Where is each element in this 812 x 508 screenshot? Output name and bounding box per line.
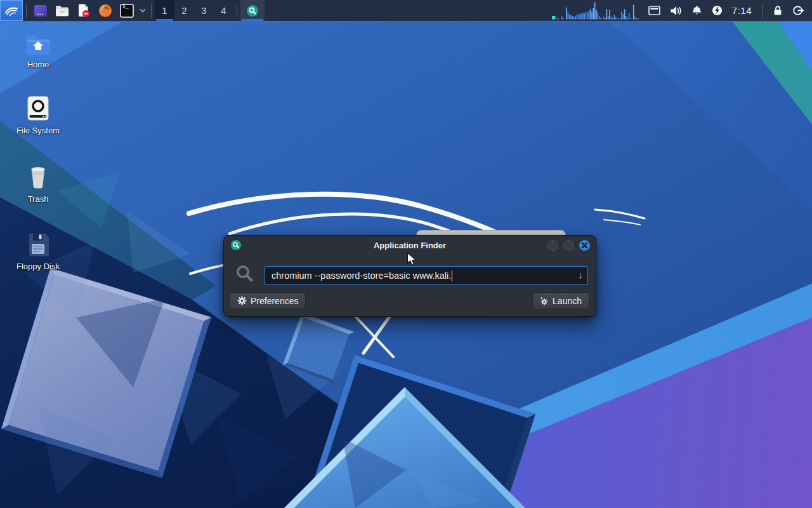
launcher-file-manager[interactable] [51,0,73,21]
workspace-1[interactable]: 1 [155,0,174,21]
desktop-icon-label: Floppy Disk [8,262,69,271]
taskbar-application-finder[interactable] [240,0,265,21]
text-caret [452,271,452,281]
launcher-text-editor[interactable] [73,0,95,21]
workspace-3[interactable]: 3 [194,0,214,21]
mouse-cursor [407,252,419,267]
chevron-down-icon [140,8,146,13]
cpu-graph[interactable] [551,0,639,21]
top-panel: $_ 1 2 3 4 [0,0,812,22]
home-folder-icon [25,33,51,56]
file-manager-icon [55,5,69,17]
workspace-2[interactable]: 2 [174,0,194,21]
search-query-text: chromium --password-store=basic www.kali… [272,271,451,281]
panel-separator [151,4,152,18]
desktop-icon-file-system[interactable]: File System [8,95,69,135]
workspace-4[interactable]: 4 [214,0,233,21]
lock-icon[interactable] [773,5,783,16]
launcher-terminal-emulator[interactable]: $_ [116,0,138,21]
close-button[interactable] [579,240,590,251]
applications-menu-button[interactable] [0,0,23,21]
minimize-button[interactable] [547,240,558,251]
launch-run-icon [540,297,549,305]
desktop-icon-label: Trash [8,194,69,204]
hard-drive-icon [25,95,51,122]
cpu-graph-marker [552,16,556,20]
desktop-icon-trash[interactable]: Trash [8,164,69,204]
trash-icon [25,164,51,190]
floppy-disk-icon [25,231,51,258]
clock[interactable]: 7:14 [732,5,752,16]
terminal-prompt-glyph: $_ [122,4,129,9]
launch-button[interactable]: Launch [532,292,589,309]
display-icon[interactable] [648,6,660,15]
search-icon [235,264,254,283]
notifications-bell-icon[interactable] [691,5,702,16]
power-manager-icon[interactable] [712,5,723,16]
desktop-icon-home[interactable]: Home [8,33,69,69]
panel-separator [237,4,237,18]
preferences-label: Preferences [251,296,298,306]
panel-separator [26,4,27,18]
panel-separator [762,4,763,18]
desktop-icon-label: Home [8,60,69,69]
dropdown-arrow-icon[interactable]: ↓ [579,269,584,280]
search-input[interactable]: chromium --password-store=basic www.kali… [265,266,588,285]
kali-dragon-icon [4,3,19,18]
launcher-dropdown-button[interactable] [138,0,148,21]
launch-label: Launch [553,296,582,306]
close-icon [582,243,587,248]
volume-icon[interactable] [670,6,682,16]
application-finder-window: Application Finder chromium --password-s… [223,235,596,317]
maximize-button[interactable] [563,240,574,251]
log-out-icon[interactable] [792,5,804,16]
launcher-terminal-window[interactable] [30,0,51,21]
terminal-window-icon [34,4,48,17]
preferences-button[interactable]: Preferences [230,292,306,309]
text-editor-icon [77,4,90,18]
firefox-icon [98,4,112,18]
launcher-firefox[interactable] [95,0,116,21]
desktop-icon-label: File System [8,126,69,135]
application-finder-icon [247,5,258,17]
gear-icon [237,296,247,305]
desktop-icon-floppy-disk[interactable]: Floppy Disk [8,231,69,271]
